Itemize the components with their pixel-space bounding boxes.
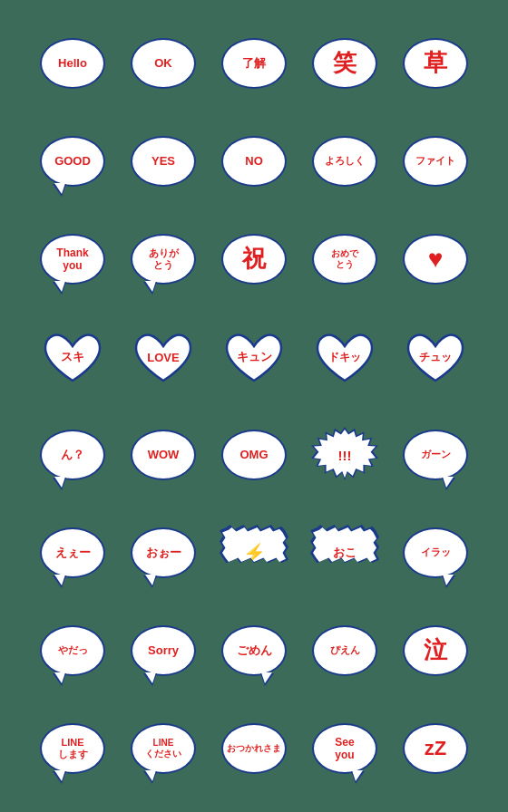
bubble-n[interactable]: ん？ xyxy=(40,430,105,480)
cell-5[interactable]: 草 xyxy=(390,14,481,112)
cell-15[interactable]: ♥ xyxy=(390,210,481,308)
cell-26[interactable]: えぇー xyxy=(27,504,118,602)
cell-10[interactable]: ファイト xyxy=(390,112,481,210)
bubble-zz[interactable]: zZ xyxy=(403,723,468,774)
cell-30[interactable]: イラッ xyxy=(390,504,481,602)
cell-20[interactable]: チュッ xyxy=(390,308,481,406)
cell-12[interactable]: ありがとう xyxy=(118,210,209,308)
cell-22[interactable]: WOW xyxy=(118,406,209,504)
cell-11[interactable]: Thankyou xyxy=(27,210,118,308)
bubble-pien[interactable]: ぴえん xyxy=(312,625,377,676)
cell-2[interactable]: OK xyxy=(118,14,209,112)
bubble-shuku[interactable]: 祝 xyxy=(221,234,287,285)
bubble-naki[interactable]: 泣 xyxy=(403,625,468,676)
bubble-dokki[interactable]: ドキッ xyxy=(312,328,377,386)
bubble-line-kudasai[interactable]: LINEください xyxy=(131,723,196,774)
heart-label: キュン xyxy=(237,349,272,365)
bubble-seeyou[interactable]: Seeyou xyxy=(312,723,377,774)
cell-25[interactable]: ガーン xyxy=(390,406,481,504)
cell-38[interactable]: おつかれさま xyxy=(209,700,299,798)
heart-label: LOVE xyxy=(147,351,179,364)
cell-24[interactable]: !!! xyxy=(299,406,390,504)
bubble-arigatou[interactable]: ありがとう xyxy=(131,234,196,285)
bubble-heart-red[interactable]: ♥ xyxy=(403,234,468,285)
cell-21[interactable]: ん？ xyxy=(27,406,118,504)
bubble-omg[interactable]: OMG xyxy=(221,430,287,480)
bubble-ryoukai[interactable]: 了解 xyxy=(221,38,287,89)
bubble-no[interactable]: NO xyxy=(221,136,287,187)
heart-label: スキ xyxy=(61,349,84,365)
cell-18[interactable]: キュン xyxy=(209,308,299,406)
bubble-faito[interactable]: ファイト xyxy=(403,136,468,187)
bubble-omedetou[interactable]: おめでとう xyxy=(312,234,377,285)
bubble-ok[interactable]: OK xyxy=(131,38,196,89)
cell-31[interactable]: やだっ xyxy=(27,602,118,700)
bubble-thankyou[interactable]: Thankyou xyxy=(40,234,105,285)
cell-3[interactable]: 了解 xyxy=(209,14,299,112)
cell-7[interactable]: YES xyxy=(118,112,209,210)
bubble-ooo[interactable]: おぉー xyxy=(131,527,196,578)
cell-34[interactable]: ぴえん xyxy=(299,602,390,700)
cell-32[interactable]: Sorry xyxy=(118,602,209,700)
bubble-gomen[interactable]: ごめん xyxy=(221,625,287,676)
bubble-lightning[interactable]: ⚡ xyxy=(220,526,288,580)
cell-27[interactable]: おぉー xyxy=(118,504,209,602)
bubble-exclaim[interactable]: !!! xyxy=(310,426,379,484)
bubble-sorry[interactable]: Sorry xyxy=(131,625,196,676)
cell-17[interactable]: LOVE xyxy=(118,308,209,406)
bubble-eee[interactable]: えぇー xyxy=(40,527,105,578)
bubble-line-shimasu[interactable]: LINEします xyxy=(40,723,105,774)
cell-36[interactable]: LINEします xyxy=(27,700,118,798)
bubble-gaan[interactable]: ガーン xyxy=(403,430,468,480)
cell-9[interactable]: よろしく xyxy=(299,112,390,210)
cell-33[interactable]: ごめん xyxy=(209,602,299,700)
bubble-chuu[interactable]: チュッ xyxy=(403,328,468,386)
bubble-oko[interactable]: おこ xyxy=(310,526,379,580)
heart-label: ドキッ xyxy=(328,350,361,365)
cell-39[interactable]: Seeyou xyxy=(299,700,390,798)
bubble-wara[interactable]: 笑 xyxy=(312,38,377,89)
cell-35[interactable]: 泣 xyxy=(390,602,481,700)
cell-19[interactable]: ドキッ xyxy=(299,308,390,406)
cell-14[interactable]: おめでとう xyxy=(299,210,390,308)
bubble-yoroshiku[interactable]: よろしく xyxy=(312,136,377,187)
bubble-love[interactable]: LOVE xyxy=(131,328,196,386)
bubble-wow[interactable]: WOW xyxy=(131,430,196,480)
cell-1[interactable]: Hello xyxy=(27,14,118,112)
bubble-yes[interactable]: YES xyxy=(131,136,196,187)
cell-8[interactable]: NO xyxy=(209,112,299,210)
cell-37[interactable]: LINEください xyxy=(118,700,209,798)
cell-4[interactable]: 笑 xyxy=(299,14,390,112)
cell-16[interactable]: スキ xyxy=(27,308,118,406)
bubble-kusa[interactable]: 草 xyxy=(403,38,468,89)
bubble-suki[interactable]: スキ xyxy=(40,328,105,386)
heart-label: チュッ xyxy=(419,350,452,365)
cell-28[interactable]: ⚡ xyxy=(209,504,299,602)
bubble-good[interactable]: GOOD xyxy=(40,136,105,187)
bubble-kyun[interactable]: キュン xyxy=(221,328,287,386)
cell-13[interactable]: 祝 xyxy=(209,210,299,308)
cell-23[interactable]: OMG xyxy=(209,406,299,504)
cell-6[interactable]: GOOD xyxy=(27,112,118,210)
bubble-yada[interactable]: やだっ xyxy=(40,625,105,676)
cell-40[interactable]: zZ xyxy=(390,700,481,798)
bubble-ira[interactable]: イラッ xyxy=(403,527,468,578)
emoji-grid: Hello OK 了解 笑 草 GOOD YES NO よろしく ファイト Th… xyxy=(18,5,490,807)
cell-29[interactable]: おこ xyxy=(299,504,390,602)
bubble-otsukaresama[interactable]: おつかれさま xyxy=(221,723,287,774)
bubble-hello[interactable]: Hello xyxy=(40,38,105,89)
